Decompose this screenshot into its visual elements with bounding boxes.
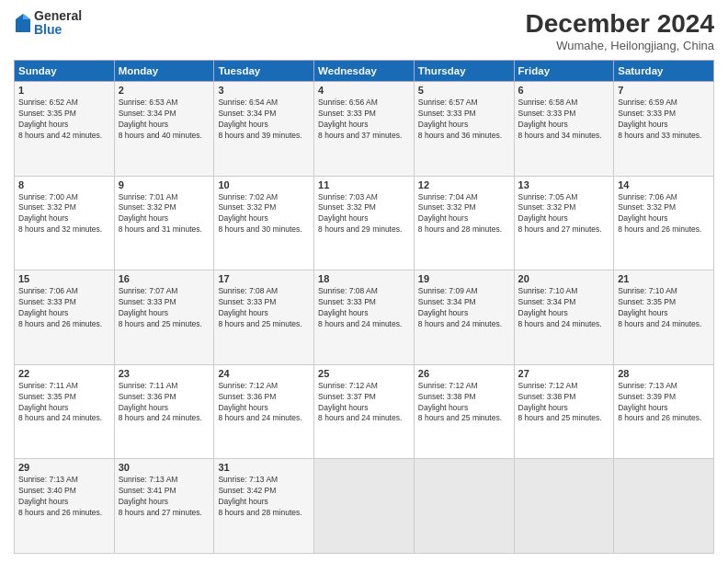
- empty-cell: [414, 459, 514, 554]
- header-friday: Friday: [514, 61, 614, 82]
- day-number: 23: [119, 368, 210, 379]
- day-info: Sunrise: 7:12 AM Sunset: 3:37 PM Dayligh…: [318, 381, 410, 425]
- day-number: 18: [318, 273, 410, 284]
- day-info: Sunrise: 7:03 AM Sunset: 3:32 PM Dayligh…: [318, 192, 410, 236]
- header-sunday: Sunday: [15, 61, 115, 82]
- day-number: 6: [518, 85, 610, 96]
- day-info: Sunrise: 7:07 AM Sunset: 3:33 PM Dayligh…: [119, 286, 210, 330]
- day-info: Sunrise: 6:58 AM Sunset: 3:33 PM Dayligh…: [518, 98, 610, 142]
- day-number: 31: [218, 462, 310, 473]
- day-cell-12: 12 Sunrise: 7:04 AM Sunset: 3:32 PM Dayl…: [414, 176, 514, 270]
- day-info: Sunrise: 7:10 AM Sunset: 3:35 PM Dayligh…: [618, 286, 710, 330]
- day-number: 10: [218, 179, 310, 190]
- day-cell-10: 10 Sunrise: 7:02 AM Sunset: 3:32 PM Dayl…: [214, 176, 314, 270]
- week-row-2: 8 Sunrise: 7:00 AM Sunset: 3:32 PM Dayli…: [15, 176, 714, 270]
- day-number: 5: [418, 85, 510, 96]
- day-cell-23: 23 Sunrise: 7:11 AM Sunset: 3:36 PM Dayl…: [114, 364, 214, 459]
- day-cell-13: 13 Sunrise: 7:05 AM Sunset: 3:32 PM Dayl…: [514, 176, 614, 270]
- day-info: Sunrise: 7:12 AM Sunset: 3:36 PM Dayligh…: [218, 381, 310, 425]
- header-tuesday: Tuesday: [214, 61, 314, 82]
- day-info: Sunrise: 6:52 AM Sunset: 3:35 PM Dayligh…: [18, 98, 110, 142]
- day-cell-19: 19 Sunrise: 7:09 AM Sunset: 3:34 PM Dayl…: [414, 270, 514, 365]
- day-number: 16: [119, 273, 210, 284]
- day-info: Sunrise: 7:11 AM Sunset: 3:36 PM Dayligh…: [119, 381, 210, 425]
- day-cell-30: 30 Sunrise: 7:13 AM Sunset: 3:41 PM Dayl…: [114, 459, 214, 554]
- day-number: 2: [119, 85, 210, 96]
- day-cell-5: 5 Sunrise: 6:57 AM Sunset: 3:33 PM Dayli…: [414, 82, 514, 177]
- day-cell-8: 8 Sunrise: 7:00 AM Sunset: 3:32 PM Dayli…: [15, 176, 115, 270]
- svg-marker-1: [23, 14, 30, 19]
- day-number: 30: [119, 462, 210, 473]
- day-number: 13: [518, 179, 610, 190]
- title-section: December 2024 Wumahe, Heilongjiang, Chin…: [526, 9, 714, 52]
- logo: General Blue: [14, 9, 82, 38]
- day-number: 27: [518, 368, 610, 379]
- day-number: 14: [618, 179, 710, 190]
- day-number: 25: [318, 368, 410, 379]
- day-info: Sunrise: 6:57 AM Sunset: 3:33 PM Dayligh…: [418, 98, 510, 142]
- day-number: 15: [18, 273, 110, 284]
- empty-cell: [514, 459, 614, 554]
- day-number: 4: [318, 85, 410, 96]
- month-title: December 2024: [526, 9, 714, 39]
- header-wednesday: Wednesday: [314, 61, 415, 82]
- week-row-1: 1 Sunrise: 6:52 AM Sunset: 3:35 PM Dayli…: [15, 82, 714, 177]
- day-cell-15: 15 Sunrise: 7:06 AM Sunset: 3:33 PM Dayl…: [15, 270, 115, 365]
- location: Wumahe, Heilongjiang, China: [526, 39, 714, 52]
- day-info: Sunrise: 6:56 AM Sunset: 3:33 PM Dayligh…: [318, 98, 410, 142]
- day-info: Sunrise: 7:12 AM Sunset: 3:38 PM Dayligh…: [518, 381, 610, 425]
- week-row-4: 22 Sunrise: 7:11 AM Sunset: 3:35 PM Dayl…: [15, 364, 714, 459]
- day-info: Sunrise: 7:04 AM Sunset: 3:32 PM Dayligh…: [418, 192, 510, 236]
- day-cell-22: 22 Sunrise: 7:11 AM Sunset: 3:35 PM Dayl…: [15, 364, 115, 459]
- day-number: 1: [18, 85, 110, 96]
- day-cell-29: 29 Sunrise: 7:13 AM Sunset: 3:40 PM Dayl…: [15, 459, 115, 554]
- day-info: Sunrise: 6:59 AM Sunset: 3:33 PM Dayligh…: [618, 98, 710, 142]
- day-cell-18: 18 Sunrise: 7:08 AM Sunset: 3:33 PM Dayl…: [314, 270, 415, 365]
- day-info: Sunrise: 7:10 AM Sunset: 3:34 PM Dayligh…: [518, 286, 610, 330]
- day-number: 8: [18, 179, 110, 190]
- day-info: Sunrise: 6:53 AM Sunset: 3:34 PM Dayligh…: [119, 98, 210, 142]
- day-cell-26: 26 Sunrise: 7:12 AM Sunset: 3:38 PM Dayl…: [414, 364, 514, 459]
- logo-text: General Blue: [34, 9, 82, 38]
- calendar: Sunday Monday Tuesday Wednesday Thursday…: [14, 60, 714, 554]
- day-cell-2: 2 Sunrise: 6:53 AM Sunset: 3:34 PM Dayli…: [114, 82, 214, 177]
- day-info: Sunrise: 7:08 AM Sunset: 3:33 PM Dayligh…: [318, 286, 410, 330]
- day-info: Sunrise: 7:01 AM Sunset: 3:32 PM Dayligh…: [119, 192, 210, 236]
- day-info: Sunrise: 7:00 AM Sunset: 3:32 PM Dayligh…: [18, 192, 110, 236]
- day-number: 7: [618, 85, 710, 96]
- day-cell-24: 24 Sunrise: 7:12 AM Sunset: 3:36 PM Dayl…: [214, 364, 314, 459]
- page: General Blue December 2024 Wumahe, Heilo…: [0, 0, 728, 563]
- day-number: 11: [318, 179, 410, 190]
- header-monday: Monday: [114, 61, 214, 82]
- day-cell-31: 31 Sunrise: 7:13 AM Sunset: 3:42 PM Dayl…: [214, 459, 314, 554]
- day-cell-14: 14 Sunrise: 7:06 AM Sunset: 3:32 PM Dayl…: [614, 176, 714, 270]
- day-cell-16: 16 Sunrise: 7:07 AM Sunset: 3:33 PM Dayl…: [114, 270, 214, 365]
- day-cell-28: 28 Sunrise: 7:13 AM Sunset: 3:39 PM Dayl…: [614, 364, 714, 459]
- day-cell-6: 6 Sunrise: 6:58 AM Sunset: 3:33 PM Dayli…: [514, 82, 614, 177]
- logo-icon: [14, 12, 32, 34]
- day-cell-20: 20 Sunrise: 7:10 AM Sunset: 3:34 PM Dayl…: [514, 270, 614, 365]
- day-number: 26: [418, 368, 510, 379]
- header-saturday: Saturday: [614, 61, 714, 82]
- day-cell-27: 27 Sunrise: 7:12 AM Sunset: 3:38 PM Dayl…: [514, 364, 614, 459]
- day-info: Sunrise: 7:09 AM Sunset: 3:34 PM Dayligh…: [418, 286, 510, 330]
- day-cell-4: 4 Sunrise: 6:56 AM Sunset: 3:33 PM Dayli…: [314, 82, 415, 177]
- empty-cell: [314, 459, 415, 554]
- day-cell-25: 25 Sunrise: 7:12 AM Sunset: 3:37 PM Dayl…: [314, 364, 415, 459]
- day-info: Sunrise: 7:13 AM Sunset: 3:41 PM Dayligh…: [119, 475, 210, 519]
- day-info: Sunrise: 7:12 AM Sunset: 3:38 PM Dayligh…: [418, 381, 510, 425]
- weekday-header-row: Sunday Monday Tuesday Wednesday Thursday…: [15, 61, 714, 82]
- day-info: Sunrise: 7:13 AM Sunset: 3:39 PM Dayligh…: [618, 381, 710, 425]
- day-number: 21: [618, 273, 710, 284]
- day-info: Sunrise: 7:06 AM Sunset: 3:33 PM Dayligh…: [18, 286, 110, 330]
- day-cell-3: 3 Sunrise: 6:54 AM Sunset: 3:34 PM Dayli…: [214, 82, 314, 177]
- day-number: 20: [518, 273, 610, 284]
- day-cell-1: 1 Sunrise: 6:52 AM Sunset: 3:35 PM Dayli…: [15, 82, 115, 177]
- day-info: Sunrise: 7:02 AM Sunset: 3:32 PM Dayligh…: [218, 192, 310, 236]
- day-number: 22: [18, 368, 110, 379]
- day-cell-9: 9 Sunrise: 7:01 AM Sunset: 3:32 PM Dayli…: [114, 176, 214, 270]
- day-number: 28: [618, 368, 710, 379]
- day-info: Sunrise: 7:11 AM Sunset: 3:35 PM Dayligh…: [18, 381, 110, 425]
- empty-cell: [614, 459, 714, 554]
- day-number: 3: [218, 85, 310, 96]
